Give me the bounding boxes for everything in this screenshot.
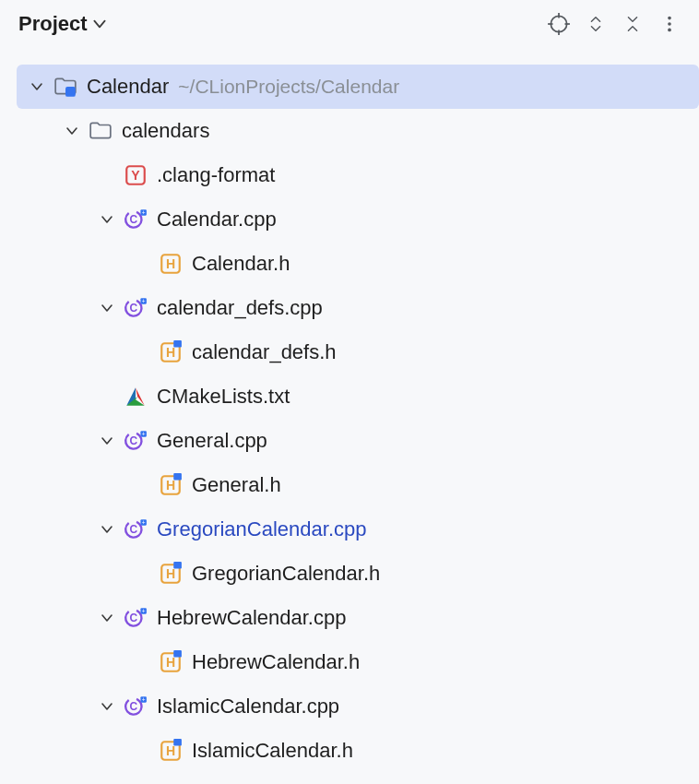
project-tree: Calendar~/CLionProjects/Calendarcalendar…: [0, 48, 699, 773]
tree-row[interactable]: Y.clang-format: [17, 153, 699, 197]
svg-text:+: +: [142, 431, 146, 437]
more-icon[interactable]: [651, 6, 688, 42]
header-tab-icon: H: [159, 340, 183, 364]
svg-rect-55: [173, 739, 182, 746]
twisty-icon[interactable]: [96, 297, 118, 319]
svg-text:+: +: [142, 608, 146, 614]
node-label: calendar_defs.h: [192, 340, 337, 364]
header-tab-icon: H: [159, 473, 183, 497]
svg-text:H: H: [166, 345, 175, 360]
twisty-icon[interactable]: [96, 518, 118, 540]
node-label: Calendar: [87, 75, 169, 99]
svg-rect-48: [173, 650, 182, 658]
svg-text:C: C: [130, 523, 138, 536]
twisty-icon[interactable]: [96, 208, 118, 231]
svg-text:H: H: [166, 256, 175, 271]
tree-row[interactable]: HIslamicCalendar.h: [17, 729, 699, 773]
target-icon[interactable]: [540, 6, 577, 42]
header-tab-icon: H: [159, 650, 183, 674]
svg-text:H: H: [166, 566, 175, 581]
cpp-icon: C+: [124, 208, 148, 232]
chevron-down-icon[interactable]: [91, 16, 108, 32]
twisty-icon[interactable]: [96, 430, 118, 452]
svg-rect-24: [173, 340, 182, 348]
tree-row[interactable]: HCalendar.h: [17, 242, 699, 286]
folder-icon: [89, 119, 113, 143]
node-label: calendars: [122, 119, 209, 143]
tree-row[interactable]: C+General.cpp: [17, 419, 699, 463]
header-tab-icon: H: [159, 739, 183, 763]
svg-text:+: +: [142, 519, 146, 526]
svg-text:H: H: [166, 655, 175, 670]
tree-row[interactable]: Calendar~/CLionProjects/Calendar: [17, 65, 699, 109]
tree-row[interactable]: C+calendar_defs.cpp: [17, 286, 699, 330]
tree-row[interactable]: C+GregorianCalendar.cpp: [17, 507, 699, 552]
cmake-icon: [124, 385, 148, 409]
node-label: GregorianCalendar.cpp: [157, 517, 366, 541]
node-path: ~/CLionProjects/Calendar: [178, 76, 399, 98]
node-label: HebrewCalendar.cpp: [157, 606, 346, 630]
node-label: Calendar.h: [192, 252, 290, 276]
svg-point-5: [668, 17, 671, 20]
node-label: Calendar.cpp: [157, 208, 277, 232]
header-tab-icon: H: [159, 562, 183, 586]
project-title[interactable]: Project: [18, 12, 88, 36]
svg-text:Y: Y: [131, 168, 140, 183]
svg-rect-9: [67, 89, 74, 95]
svg-text:C: C: [130, 434, 138, 447]
svg-text:C: C: [130, 213, 138, 226]
tree-row[interactable]: CMakeLists.txt: [17, 374, 699, 419]
svg-rect-41: [173, 562, 182, 569]
collapse-icon[interactable]: [614, 6, 651, 42]
svg-point-6: [668, 22, 671, 26]
node-label: General.cpp: [157, 429, 267, 453]
svg-rect-34: [173, 473, 182, 481]
twisty-icon[interactable]: [96, 695, 118, 718]
node-label: General.h: [192, 473, 281, 497]
tree-row[interactable]: HGregorianCalendar.h: [17, 552, 699, 596]
svg-text:C: C: [130, 700, 138, 713]
node-label: IslamicCalendar.h: [192, 739, 353, 763]
cpp-icon: C+: [124, 517, 148, 541]
node-label: GregorianCalendar.h: [192, 562, 380, 586]
cpp-icon: C+: [124, 429, 148, 453]
tree-row[interactable]: Hcalendar_defs.h: [17, 330, 699, 374]
svg-text:H: H: [166, 478, 175, 493]
tree-row[interactable]: C+IslamicCalendar.cpp: [17, 684, 699, 729]
yaml-icon: Y: [124, 163, 148, 187]
tree-row[interactable]: calendars: [17, 109, 699, 153]
cpp-icon: C+: [124, 606, 148, 630]
cpp-icon: C+: [124, 296, 148, 320]
header-icon: H: [159, 252, 183, 276]
twisty-icon[interactable]: [61, 120, 83, 142]
expand-icon[interactable]: [577, 6, 614, 42]
node-label: CMakeLists.txt: [157, 385, 290, 409]
tree-row[interactable]: C+HebrewCalendar.cpp: [17, 596, 699, 640]
svg-point-7: [668, 29, 671, 32]
node-label: HebrewCalendar.h: [192, 650, 360, 674]
cpp-icon: C+: [124, 695, 148, 719]
svg-text:+: +: [142, 209, 146, 216]
node-label: calendar_defs.cpp: [157, 296, 323, 320]
svg-text:+: +: [142, 298, 146, 304]
folder-module-icon: [53, 75, 77, 99]
tree-row[interactable]: C+Calendar.cpp: [17, 197, 699, 242]
svg-text:H: H: [166, 743, 175, 758]
project-toolbar: Project: [0, 0, 699, 48]
node-label: IslamicCalendar.cpp: [157, 695, 339, 719]
svg-text:C: C: [130, 302, 138, 315]
twisty-icon[interactable]: [96, 607, 118, 629]
svg-text:+: +: [142, 696, 146, 703]
node-label: .clang-format: [157, 163, 275, 187]
svg-point-0: [551, 16, 566, 31]
svg-text:C: C: [130, 612, 138, 624]
twisty-icon[interactable]: [26, 76, 48, 98]
tree-row[interactable]: HGeneral.h: [17, 463, 699, 507]
tree-row[interactable]: HHebrewCalendar.h: [17, 640, 699, 684]
